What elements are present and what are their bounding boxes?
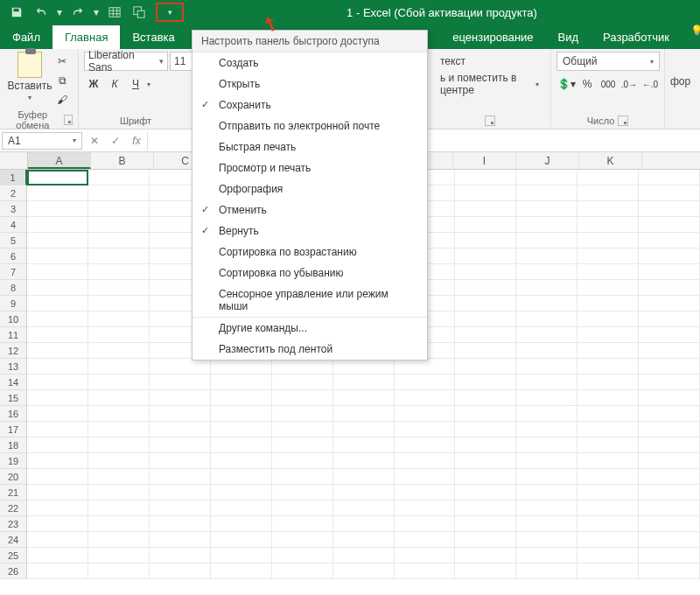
cell[interactable]: [639, 186, 700, 201]
cell[interactable]: [639, 233, 700, 248]
cell[interactable]: [639, 564, 700, 579]
cell[interactable]: [639, 248, 700, 264]
row-header[interactable]: 3: [0, 201, 27, 217]
bold-button[interactable]: Ж: [84, 74, 103, 94]
cell[interactable]: [455, 170, 516, 186]
row-header[interactable]: 18: [0, 438, 27, 453]
menu-item[interactable]: Сортировка по убыванию: [192, 262, 427, 284]
cell[interactable]: [88, 374, 150, 390]
cell[interactable]: [88, 390, 150, 406]
menu-item[interactable]: Отправить по электронной почте: [192, 116, 427, 136]
cell[interactable]: [516, 500, 578, 516]
cell[interactable]: [578, 453, 639, 469]
cell[interactable]: [578, 217, 639, 233]
row-header[interactable]: 21: [0, 485, 27, 500]
cell[interactable]: [639, 327, 700, 343]
row-header[interactable]: 9: [0, 296, 27, 312]
cell[interactable]: [395, 516, 456, 532]
cell[interactable]: [395, 532, 456, 548]
cell[interactable]: [27, 233, 88, 248]
cell[interactable]: [639, 500, 700, 516]
cell[interactable]: [150, 438, 211, 453]
cell[interactable]: [578, 359, 639, 374]
column-header-B[interactable]: B: [91, 152, 154, 169]
cell[interactable]: [395, 390, 456, 406]
cell[interactable]: [455, 485, 516, 500]
cell[interactable]: [272, 532, 333, 548]
cell[interactable]: [27, 264, 88, 280]
row-header[interactable]: 24: [0, 532, 27, 548]
cell[interactable]: [150, 516, 211, 532]
cell[interactable]: [211, 564, 272, 579]
save-icon[interactable]: [5, 1, 28, 24]
row-header[interactable]: 23: [0, 516, 27, 532]
currency-button[interactable]: 💲▾: [556, 74, 576, 94]
undo-dropdown-icon[interactable]: ▾: [54, 1, 65, 24]
cell[interactable]: [639, 359, 700, 374]
cell[interactable]: [272, 564, 333, 579]
cell[interactable]: [88, 312, 150, 327]
cell[interactable]: [639, 312, 700, 327]
row-header[interactable]: 12: [0, 343, 27, 359]
menu-item[interactable]: Сохранить: [192, 94, 427, 116]
row-header[interactable]: 22: [0, 500, 27, 516]
tab-review[interactable]: ецензирование: [452, 25, 545, 49]
cell[interactable]: [516, 485, 578, 500]
cell[interactable]: [27, 548, 88, 564]
cell[interactable]: [88, 359, 150, 374]
cell[interactable]: [211, 548, 272, 564]
cell[interactable]: [395, 500, 456, 516]
cell[interactable]: [578, 312, 639, 327]
cell[interactable]: [639, 516, 700, 532]
row-header[interactable]: 6: [0, 248, 27, 264]
cell[interactable]: [88, 564, 150, 579]
cell[interactable]: [455, 453, 516, 469]
enter-formula-icon[interactable]: ✓: [105, 130, 126, 151]
row-header[interactable]: 10: [0, 312, 27, 327]
cell[interactable]: [395, 374, 456, 390]
cell[interactable]: [455, 469, 516, 485]
clipboard-dialog-launcher[interactable]: [64, 115, 73, 125]
cell[interactable]: [455, 264, 516, 280]
tab-file[interactable]: Файл: [0, 25, 52, 49]
row-header[interactable]: 13: [0, 359, 27, 374]
cell[interactable]: [395, 438, 456, 453]
column-header-J[interactable]: J: [516, 152, 579, 169]
menu-item[interactable]: Орфография: [192, 178, 427, 200]
cell[interactable]: [272, 390, 333, 406]
cell[interactable]: [455, 248, 516, 264]
cell[interactable]: [333, 453, 395, 469]
format-painter-icon[interactable]: 🖌: [54, 92, 70, 108]
cell[interactable]: [27, 217, 88, 233]
cell[interactable]: [578, 422, 639, 438]
cell[interactable]: [516, 170, 578, 186]
cell[interactable]: [272, 359, 333, 374]
cell[interactable]: [211, 469, 272, 485]
row-header[interactable]: 16: [0, 406, 27, 422]
cell[interactable]: [395, 564, 456, 579]
cell[interactable]: [211, 359, 272, 374]
cell[interactable]: [516, 296, 578, 312]
wrap-text-button[interactable]: текст: [434, 52, 545, 71]
column-header-A[interactable]: A: [28, 152, 91, 169]
cell[interactable]: [333, 485, 395, 500]
cell[interactable]: [88, 296, 150, 312]
cell[interactable]: [639, 390, 700, 406]
cell[interactable]: [578, 406, 639, 422]
cell[interactable]: [516, 532, 578, 548]
cell[interactable]: [639, 453, 700, 469]
cell[interactable]: [272, 406, 333, 422]
cell[interactable]: [516, 201, 578, 217]
cell[interactable]: [150, 564, 211, 579]
cell[interactable]: [211, 374, 272, 390]
cell[interactable]: [272, 374, 333, 390]
row-header[interactable]: 14: [0, 374, 27, 390]
cell[interactable]: [27, 485, 88, 500]
cell[interactable]: [639, 170, 700, 186]
cell[interactable]: [333, 359, 395, 374]
cell[interactable]: [455, 359, 516, 374]
cell[interactable]: [516, 233, 578, 248]
cell[interactable]: [639, 532, 700, 548]
cell[interactable]: [455, 343, 516, 359]
row-header[interactable]: 15: [0, 390, 27, 406]
